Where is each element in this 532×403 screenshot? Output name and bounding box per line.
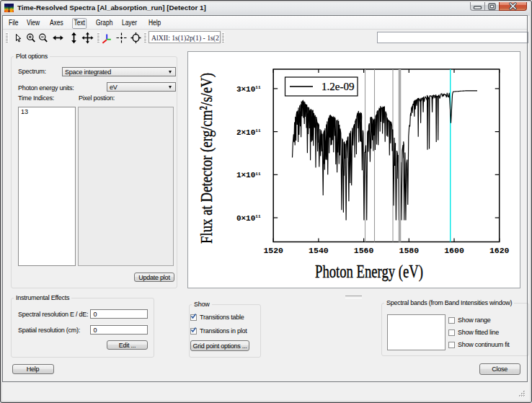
svg-text:1580: 1580	[399, 246, 419, 255]
svg-text:Flux at Detector (erg/cm²/s/eV: Flux at Detector (erg/cm²/s/eV)	[197, 73, 216, 244]
svg-text:1600: 1600	[444, 246, 464, 255]
svg-text:3×1011: 3×1011	[236, 85, 261, 94]
svg-text:1.2e-09: 1.2e-09	[322, 81, 354, 92]
svg-text:Photon Energy (eV): Photon Energy (eV)	[315, 262, 423, 282]
svg-text:2×1011: 2×1011	[236, 128, 261, 137]
svg-text:0×1011: 0×1011	[236, 214, 261, 223]
svg-text:1620: 1620	[489, 246, 510, 255]
svg-text:1540: 1540	[309, 246, 329, 255]
svg-text:1560: 1560	[354, 246, 374, 255]
svg-text:1520: 1520	[263, 246, 283, 255]
svg-text:1×1011: 1×1011	[236, 171, 261, 180]
